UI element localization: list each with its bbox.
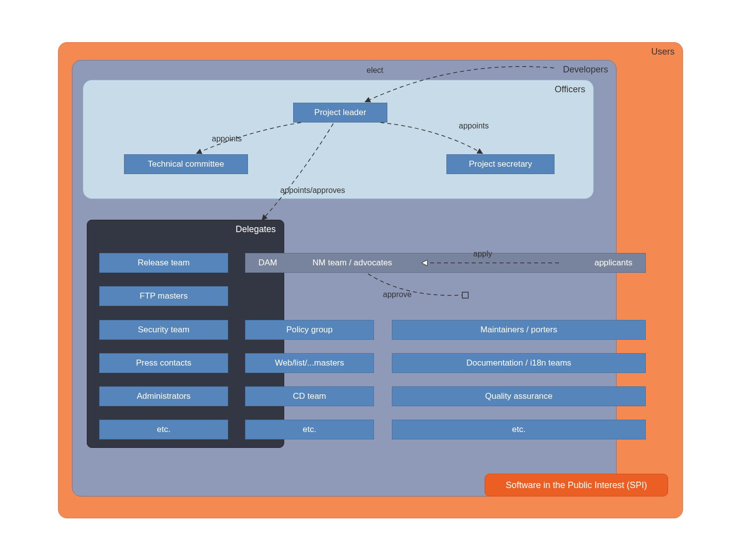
box-quality-assurance: Quality assurance bbox=[392, 386, 646, 406]
label-appoints-right: appoints bbox=[459, 122, 489, 130]
box-ftp-masters: FTP masters bbox=[99, 286, 228, 306]
label-appoints-left: appoints bbox=[212, 134, 242, 143]
bar-dam-nm-applicants: DAM NM team / advocates applicants bbox=[245, 253, 646, 273]
seg-dam: DAM bbox=[258, 258, 277, 268]
container-officers: Officers bbox=[83, 80, 594, 199]
label-officers: Officers bbox=[555, 84, 585, 95]
box-middle-etc: etc. bbox=[245, 420, 374, 439]
label-approve: approve bbox=[383, 290, 412, 299]
box-cd-team: CD team bbox=[245, 386, 374, 406]
box-administrators: Administrators bbox=[99, 386, 228, 406]
box-spi: Software in the Public Interest (SPI) bbox=[485, 474, 668, 497]
box-press-contacts: Press contacts bbox=[99, 353, 228, 373]
box-technical-committee: Technical committee bbox=[124, 154, 248, 174]
seg-applicants: applicants bbox=[594, 258, 632, 268]
box-policy-group: Policy group bbox=[245, 320, 374, 340]
diagram-canvas: Users Developers Officers Project leader… bbox=[58, 42, 683, 518]
box-project-secretary: Project secretary bbox=[446, 154, 555, 174]
box-documentation: Documentation / i18n teams bbox=[392, 353, 646, 373]
label-apply: apply bbox=[473, 249, 492, 258]
box-right-etc: etc. bbox=[392, 420, 646, 439]
box-project-leader: Project leader bbox=[293, 103, 387, 123]
label-users: Users bbox=[651, 47, 675, 57]
label-appoints-approves: appoints/approves bbox=[280, 186, 345, 195]
label-elect: elect bbox=[367, 66, 383, 75]
box-maintainers: Maintainers / porters bbox=[392, 320, 646, 340]
box-security-team: Security team bbox=[99, 320, 228, 340]
box-web-list-masters: Web/list/...masters bbox=[245, 353, 374, 373]
box-delegates-etc: etc. bbox=[99, 420, 228, 439]
label-developers: Developers bbox=[563, 64, 608, 75]
seg-nm: NM team / advocates bbox=[312, 258, 392, 268]
label-delegates: Delegates bbox=[236, 224, 276, 235]
box-release-team: Release team bbox=[99, 253, 228, 273]
